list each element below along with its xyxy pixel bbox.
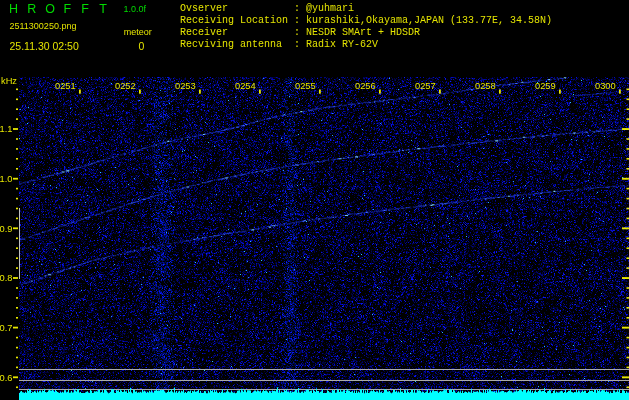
svg-text:Receiving Location : kurashiki: Receiving Location : kurashiki,Okayama,J… bbox=[180, 15, 552, 26]
svg-text:2511300250.png: 2511300250.png bbox=[10, 21, 77, 31]
svg-text:0.7: 0.7 bbox=[0, 323, 13, 333]
svg-text:25.11.30 02:50: 25.11.30 02:50 bbox=[10, 40, 79, 52]
svg-text:Receiver : NESDR SMA: Receiver : NESDR SMArt + HDSDR bbox=[180, 27, 420, 38]
svg-text:0300: 0300 bbox=[595, 81, 616, 91]
svg-text:0251: 0251 bbox=[55, 81, 76, 91]
svg-text:kHz: kHz bbox=[1, 76, 17, 86]
svg-text:0259: 0259 bbox=[535, 81, 556, 91]
svg-text:0: 0 bbox=[139, 40, 145, 52]
svg-text:0253: 0253 bbox=[175, 81, 196, 91]
svg-text:0255: 0255 bbox=[295, 81, 316, 91]
svg-text:Ovserver : @yuhmari: Ovserver : @yuhmari bbox=[180, 3, 354, 14]
svg-text:0.8: 0.8 bbox=[0, 273, 13, 283]
svg-text:0254: 0254 bbox=[235, 81, 256, 91]
svg-text:0.9: 0.9 bbox=[0, 224, 13, 234]
svg-text:HROFFT: HROFFT bbox=[9, 2, 107, 16]
svg-text:0258: 0258 bbox=[475, 81, 496, 91]
svg-text:1.1: 1.1 bbox=[0, 124, 13, 134]
svg-text:1.0: 1.0 bbox=[0, 174, 13, 184]
svg-text:Recviving antenna : Radix RY-: Recviving antenna : Radix RY-62V bbox=[180, 39, 378, 50]
svg-text:0.6: 0.6 bbox=[0, 373, 13, 383]
svg-text:0257: 0257 bbox=[415, 81, 436, 91]
svg-text:0256: 0256 bbox=[355, 81, 376, 91]
svg-text:1.0.0f: 1.0.0f bbox=[124, 4, 147, 14]
svg-text:meteor: meteor bbox=[124, 27, 152, 37]
svg-text:0252: 0252 bbox=[115, 81, 136, 91]
